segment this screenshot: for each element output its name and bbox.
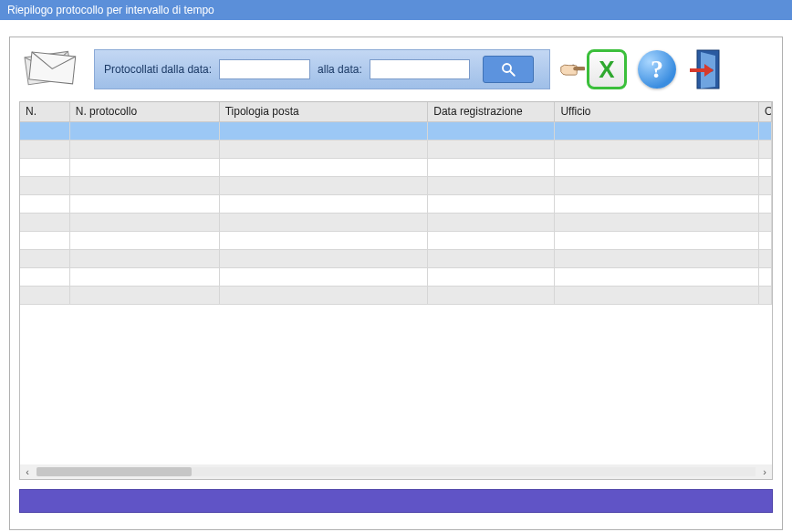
scroll-thumb[interactable]	[36, 467, 192, 476]
table-cell	[220, 250, 429, 268]
table-cell	[759, 268, 772, 287]
table-row[interactable]	[20, 232, 772, 250]
pointing-hand-icon	[559, 57, 585, 82]
table-cell	[759, 141, 772, 159]
col-header-n[interactable]: N.	[20, 102, 70, 121]
table-cell	[70, 250, 220, 268]
table-cell	[428, 159, 555, 177]
svg-rect-1	[29, 52, 76, 84]
table-cell	[70, 287, 220, 305]
search-button[interactable]	[483, 56, 534, 83]
table-cell	[220, 195, 429, 214]
table-row[interactable]	[20, 122, 772, 141]
table-row[interactable]	[20, 159, 772, 177]
table-cell	[70, 177, 220, 195]
table-cell	[20, 141, 70, 159]
table-cell	[220, 214, 429, 232]
status-bar	[19, 489, 773, 513]
col-header-nprotocollo[interactable]: N. protocollo	[70, 102, 220, 121]
from-date-label: Protocollati dalla data:	[104, 63, 212, 76]
envelopes-icon	[19, 47, 85, 92]
table-cell	[70, 195, 220, 214]
window-title: Riepilogo protocollo per intervallo di t…	[7, 4, 214, 16]
exit-door-icon	[690, 48, 726, 90]
filter-bar: Protocollati dalla data: alla data:	[94, 49, 550, 89]
table-cell	[555, 232, 759, 250]
table-cell	[220, 287, 429, 305]
table-cell	[220, 159, 429, 177]
table-cell	[428, 250, 555, 268]
from-date-input[interactable]	[219, 59, 310, 79]
col-header-ufficio[interactable]: Ufficio	[555, 102, 759, 121]
table-cell	[555, 177, 759, 195]
table-cell	[759, 287, 772, 305]
table-cell	[20, 195, 70, 214]
table-cell	[20, 268, 70, 287]
table-cell	[70, 268, 220, 287]
export-excel-button[interactable]: X	[559, 48, 627, 90]
table-cell	[759, 159, 772, 177]
table-cell	[555, 195, 759, 214]
col-header-o[interactable]: O	[759, 102, 772, 121]
table-row[interactable]	[20, 195, 772, 214]
main-panel: Protocollati dalla data: alla data: X	[9, 37, 783, 530]
help-button[interactable]: ?	[636, 48, 678, 90]
table-cell	[70, 122, 220, 141]
table-cell	[428, 214, 555, 232]
table-cell	[20, 250, 70, 268]
table-cell	[220, 232, 429, 250]
scroll-left-arrow[interactable]: ‹	[20, 464, 35, 479]
results-grid[interactable]: N. N. protocollo Tipologia posta Data re…	[19, 101, 773, 480]
grid-body	[20, 122, 772, 305]
table-cell	[428, 232, 555, 250]
table-cell	[428, 122, 555, 141]
help-icon: ?	[638, 50, 676, 89]
excel-icon: X	[587, 49, 627, 89]
table-cell	[555, 268, 759, 287]
exit-button[interactable]	[687, 48, 729, 90]
table-cell	[428, 287, 555, 305]
table-row[interactable]	[20, 287, 772, 305]
table-cell	[428, 195, 555, 214]
table-cell	[759, 177, 772, 195]
to-date-label: alla data:	[318, 63, 362, 76]
table-cell	[70, 141, 220, 159]
table-cell	[20, 214, 70, 232]
table-cell	[20, 287, 70, 305]
table-cell	[70, 232, 220, 250]
horizontal-scrollbar[interactable]: ‹ ›	[20, 464, 772, 479]
col-header-tipologia[interactable]: Tipologia posta	[220, 102, 429, 121]
table-cell	[20, 159, 70, 177]
table-cell	[759, 122, 772, 141]
table-cell	[555, 287, 759, 305]
table-cell	[428, 268, 555, 287]
table-cell	[20, 177, 70, 195]
table-row[interactable]	[20, 141, 772, 159]
table-cell	[759, 250, 772, 268]
to-date-input[interactable]	[370, 59, 470, 79]
table-row[interactable]	[20, 250, 772, 268]
table-cell	[20, 232, 70, 250]
table-cell	[555, 214, 759, 232]
table-cell	[220, 122, 429, 141]
scroll-right-arrow[interactable]: ›	[757, 464, 772, 479]
svg-line-3	[510, 71, 515, 76]
table-row[interactable]	[20, 177, 772, 195]
col-header-dataregistrazione[interactable]: Data registrazione	[428, 102, 555, 121]
table-row[interactable]	[20, 268, 772, 287]
scroll-track[interactable]	[36, 467, 756, 476]
table-row[interactable]	[20, 214, 772, 232]
table-cell	[759, 195, 772, 214]
table-cell	[555, 250, 759, 268]
table-cell	[220, 141, 429, 159]
table-cell	[759, 214, 772, 232]
grid-header: N. N. protocollo Tipologia posta Data re…	[20, 102, 772, 122]
table-cell	[70, 159, 220, 177]
table-cell	[555, 122, 759, 141]
table-cell	[759, 232, 772, 250]
table-cell	[20, 122, 70, 141]
table-cell	[428, 141, 555, 159]
table-cell	[428, 177, 555, 195]
window-titlebar: Riepilogo protocollo per intervallo di t…	[0, 0, 792, 20]
toolbar: Protocollati dalla data: alla data: X	[19, 47, 773, 92]
